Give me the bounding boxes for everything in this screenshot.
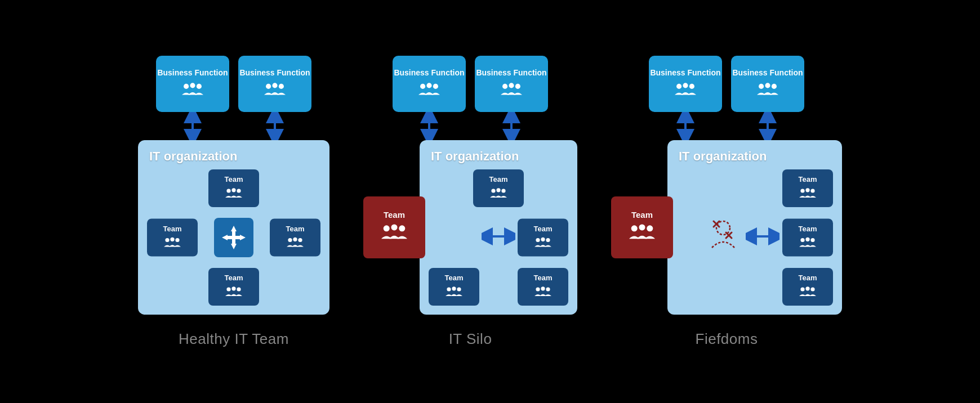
- fiefdoms-block-svg: [703, 217, 743, 256]
- svg-point-51: [447, 287, 451, 291]
- fiefdoms-it-org-title: IT organization: [676, 149, 833, 164]
- svg-point-81: [800, 287, 804, 291]
- svg-point-20: [298, 238, 302, 241]
- svg-point-17: [175, 238, 179, 241]
- healthy-bf-2-label: Business Function: [239, 68, 310, 77]
- silo-it-org-title: IT organization: [429, 149, 568, 164]
- svg-point-18: [288, 238, 292, 241]
- fiefdoms-it-org: IT organization Team Team: [667, 140, 842, 315]
- svg-marker-25: [231, 244, 237, 249]
- healthy-team-left-icon: [164, 236, 181, 250]
- svg-point-61: [683, 83, 688, 88]
- silo-team-top-icon: [490, 187, 507, 202]
- fiefdoms-bf-row: Business Function Business Function: [649, 56, 804, 112]
- healthy-team-bottom-label: Team: [225, 274, 243, 282]
- fiefdoms-team-bottom-right: Team: [782, 268, 833, 306]
- healthy-team-bottom: Team: [208, 268, 259, 306]
- svg-point-35: [515, 83, 520, 88]
- healthy-move-icon: [220, 223, 248, 252]
- healthy-bf-1-label: Business Function: [157, 68, 228, 77]
- svg-point-4: [272, 83, 277, 88]
- silo-label: IT Silo: [449, 330, 492, 348]
- silo-main-container: Team IT organization Team: [363, 140, 577, 315]
- fiefdoms-bf-2: Business Function: [731, 56, 804, 112]
- svg-point-56: [546, 287, 550, 291]
- fiefdoms-external-team: Team: [611, 196, 673, 258]
- svg-point-22: [231, 286, 235, 290]
- healthy-arrow-1-svg: [181, 112, 204, 140]
- healthy-center-arrows: [214, 218, 253, 257]
- svg-point-1: [190, 83, 195, 88]
- fiefdoms-label: Fiefdoms: [696, 330, 758, 348]
- svg-point-59: [546, 238, 550, 241]
- svg-point-46: [496, 188, 500, 192]
- silo-team-middle-right: Team: [518, 218, 568, 256]
- fiefdoms-main-container: Team IT organization Team: [611, 140, 842, 315]
- silo-team-bottom-left-label: Team: [445, 274, 464, 282]
- svg-point-23: [237, 287, 240, 291]
- svg-point-0: [184, 83, 189, 88]
- healthy-team-top-label: Team: [225, 175, 243, 183]
- svg-point-72: [631, 225, 638, 231]
- healthy-label: Healthy IT Team: [179, 330, 289, 348]
- silo-team-bottom-right-icon: [534, 285, 551, 300]
- svg-marker-26: [222, 235, 228, 240]
- fiefdoms-external-team-label: Team: [631, 210, 653, 220]
- silo-team-top: Team: [473, 169, 524, 207]
- svg-point-62: [689, 83, 694, 88]
- fiefdoms-arrow-1-svg: [674, 112, 697, 140]
- svg-point-79: [805, 237, 809, 241]
- section-silo: Business Function Business Function: [363, 56, 577, 348]
- fiefdoms-team-bottom-right-label: Team: [799, 274, 817, 282]
- svg-point-52: [452, 286, 456, 290]
- healthy-bf-2: Business Function: [238, 56, 311, 112]
- svg-point-84: [716, 221, 730, 235]
- svg-point-21: [226, 287, 230, 291]
- healthy-arrow-2-svg: [264, 112, 286, 140]
- svg-point-5: [279, 83, 284, 88]
- svg-point-15: [165, 238, 169, 241]
- fiefdoms-blocked-icon: [703, 217, 743, 258]
- svg-point-82: [805, 286, 809, 290]
- svg-point-54: [536, 287, 540, 291]
- svg-point-16: [170, 237, 174, 241]
- healthy-teams-container: Team Team Team: [147, 169, 320, 306]
- fiefdoms-team-top-right-icon: [799, 187, 816, 202]
- silo-team-middle-right-icon: [534, 236, 551, 250]
- healthy-team-right-label: Team: [286, 224, 305, 232]
- main-diagram: Business Function Business Function: [115, 44, 865, 359]
- fiefdoms-team-middle-right-label: Team: [799, 224, 817, 232]
- healthy-it-org-title: IT organization: [147, 149, 320, 164]
- silo-bf-1: Business Function: [393, 56, 466, 112]
- fiefdoms-team-bottom-right-icon: [799, 285, 816, 300]
- svg-point-83: [810, 287, 814, 291]
- healthy-team-right-icon: [287, 236, 304, 250]
- silo-arrow-2-svg: [500, 112, 523, 140]
- healthy-team-top: Team: [208, 169, 259, 207]
- fiefdoms-external-team-icon: [629, 223, 655, 244]
- silo-bf-2: Business Function: [475, 56, 548, 112]
- svg-point-43: [391, 224, 397, 230]
- svg-point-63: [759, 83, 764, 88]
- silo-arrow-1-svg: [418, 112, 440, 140]
- healthy-team-right: Team: [270, 218, 320, 256]
- svg-point-31: [426, 83, 431, 88]
- silo-arrow-1: [393, 112, 466, 140]
- svg-point-57: [536, 238, 540, 241]
- svg-point-75: [800, 189, 804, 192]
- silo-team-top-label: Team: [489, 175, 508, 183]
- healthy-team-left-label: Team: [163, 224, 182, 232]
- svg-marker-27: [240, 235, 246, 240]
- svg-point-60: [676, 83, 681, 88]
- silo-bf-row: Business Function Business Function: [393, 56, 548, 112]
- svg-point-77: [810, 189, 814, 192]
- fiefdoms-bf-2-label: Business Function: [732, 68, 803, 77]
- healthy-team-bottom-icon: [225, 285, 242, 300]
- silo-right-arrow-svg: [482, 225, 515, 248]
- svg-point-34: [509, 83, 514, 88]
- silo-arrows-row: [393, 112, 548, 140]
- silo-arrow-right: [482, 225, 515, 250]
- svg-point-58: [541, 237, 545, 241]
- svg-point-42: [384, 225, 390, 231]
- healthy-bf-1-icon: [182, 82, 203, 100]
